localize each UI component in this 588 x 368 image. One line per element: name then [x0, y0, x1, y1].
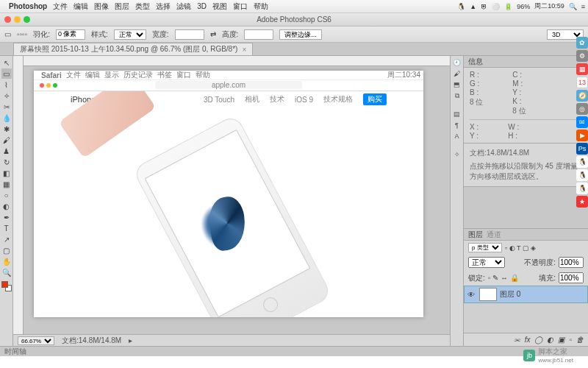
marquee-tool-icon[interactable]: ▭ [1, 68, 12, 79]
path-tool-icon[interactable]: ↗ [1, 234, 12, 244]
color-panel-icon[interactable]: ▤ [452, 109, 462, 119]
close-tab-icon[interactable]: × [242, 46, 246, 54]
embedded-safari-chrome: Safari 文件 编辑 显示 历史记录 书签 窗口 帮助 周二10:34 ap… [34, 71, 423, 91]
heal-tool-icon[interactable]: ✱ [1, 124, 12, 134]
color-swatch[interactable] [1, 281, 12, 291]
layer-item[interactable]: 👁 图层 0 [464, 286, 588, 303]
lasso-tool-icon[interactable]: ⌇ [1, 79, 12, 90]
dock-app-icon[interactable]: ⚙ [576, 50, 588, 62]
mask-icon[interactable]: ◯ [534, 336, 542, 344]
battery-icon[interactable]: 🔋 [504, 3, 512, 10]
chevron-right-icon[interactable]: ▸ [129, 336, 132, 344]
timeline-bar[interactable]: 时间轴 [0, 346, 588, 356]
menu-edit[interactable]: 编辑 [74, 1, 88, 12]
menu-window[interactable]: 窗口 [233, 1, 248, 12]
info-docsize: 文档:14.8M/14.8M 点按并拖移以沿限制为 45 度增量方向移动图层或选… [464, 144, 588, 187]
char-panel-icon[interactable]: A [452, 131, 462, 141]
spotlight-icon[interactable]: 🔍 [569, 3, 577, 10]
close-icon[interactable] [4, 16, 11, 23]
zoom-tool-icon[interactable]: 🔍 [1, 267, 12, 277]
fill-input[interactable] [559, 272, 584, 283]
calendar-icon[interactable]: 13 [576, 77, 588, 88]
dock-app-icon[interactable]: ✿ [576, 37, 588, 49]
zoom-select[interactable]: 66.67% [18, 336, 54, 345]
dock-app-icon[interactable]: 🧭 [576, 90, 588, 102]
minimize-icon[interactable] [14, 16, 21, 23]
selection-mode-icons[interactable]: ▫▫▫▫ [17, 30, 27, 38]
menu-type[interactable]: 类型 [135, 1, 150, 12]
menu-3d[interactable]: 3D [197, 2, 207, 10]
brush-presets-icon[interactable]: ⬒ [452, 79, 462, 90]
document-tab[interactable]: 屏幕快照 2015-10-13 上午10.34.50.png @ 66.7% (… [13, 43, 253, 55]
move-tool-icon[interactable]: ↖ [1, 57, 12, 68]
new-layer-icon[interactable]: ▫ [569, 336, 572, 344]
dock-app-icon[interactable]: ✉ [576, 116, 588, 128]
marquee-icon[interactable]: ▭ [4, 30, 11, 38]
ruler-horizontal[interactable] [24, 56, 450, 66]
layer-thumbnail[interactable] [479, 288, 497, 301]
qq-icon[interactable]: 🐧 [576, 169, 588, 181]
feather-input[interactable] [56, 29, 85, 40]
qq-icon[interactable]: 🐧 [576, 183, 588, 194]
window-title: Adobe Photoshop CS6 [257, 15, 331, 24]
shape-tool-icon[interactable]: ▢ [1, 245, 12, 255]
app-name[interactable]: Photoshop [9, 2, 47, 10]
eraser-tool-icon[interactable]: ◧ [1, 168, 12, 178]
width-input[interactable] [175, 29, 204, 40]
wand-tool-icon[interactable]: ✧ [1, 91, 12, 101]
trash-icon[interactable]: 🗑 [576, 336, 584, 344]
brush-tool-icon[interactable]: 🖌 [1, 135, 12, 145]
style-select[interactable]: 正常 [114, 29, 146, 40]
layer-filter-select[interactable]: р 类型 [468, 243, 502, 252]
refine-edge-button[interactable]: 调整边缘... [279, 29, 322, 40]
hand-tool-icon[interactable]: ✋ [1, 256, 12, 266]
ruler-vertical[interactable] [13, 56, 24, 346]
pen-tool-icon[interactable]: ✒ [1, 212, 12, 222]
opacity-input[interactable] [559, 257, 584, 268]
eyedropper-tool-icon[interactable]: 💧 [1, 113, 12, 123]
filter-icons[interactable]: ▫ ◐ T ▢ ◈ [505, 244, 536, 252]
photoshop-icon[interactable]: Ps [576, 143, 588, 155]
qq-icon[interactable]: 🐧 [576, 156, 588, 168]
menu-image[interactable]: 图像 [94, 1, 109, 12]
paragraph-panel-icon[interactable]: ¶ [452, 120, 462, 130]
menu-icon[interactable]: ≡ [581, 3, 585, 10]
dock-app-icon[interactable]: ▦ [576, 63, 588, 75]
dock-app-icon[interactable]: ◎ [576, 103, 588, 115]
crop-tool-icon[interactable]: ✂ [1, 102, 12, 112]
height-input[interactable] [244, 29, 273, 40]
menu-file[interactable]: 文件 [53, 1, 68, 12]
layer-name[interactable]: 图层 0 [500, 289, 520, 300]
swatches-panel-icon[interactable]: ✧ [452, 149, 462, 160]
menu-select[interactable]: 选择 [156, 1, 171, 12]
adjustment-icon[interactable]: ◐ [547, 336, 553, 344]
zoom-icon[interactable] [24, 16, 30, 23]
swap-icon[interactable]: ⇄ [210, 30, 216, 38]
dock-app-icon[interactable]: ▶ [576, 130, 588, 141]
blend-mode-select[interactable]: 正常 [468, 257, 505, 268]
stamp-tool-icon[interactable]: ♟ [1, 146, 12, 156]
info-panel-tab[interactable]: 信息 [464, 56, 588, 68]
blur-tool-icon[interactable]: ○ [1, 190, 12, 200]
fx-icon[interactable]: fx [525, 336, 531, 344]
brush-panel-icon[interactable]: 🖌 [452, 68, 462, 79]
menu-layer[interactable]: 图层 [115, 1, 129, 12]
clone-panel-icon[interactable]: ⧉ [452, 91, 462, 101]
history-brush-tool-icon[interactable]: ↻ [1, 157, 12, 167]
dock-app-icon[interactable]: ★ [576, 196, 588, 208]
gradient-tool-icon[interactable]: ▦ [1, 179, 12, 189]
group-icon[interactable]: ▣ [558, 336, 564, 344]
dodge-tool-icon[interactable]: ◐ [1, 201, 12, 211]
history-panel-icon[interactable]: 🕘 [452, 57, 462, 68]
layers-tab[interactable]: 图层 [468, 230, 483, 240]
link-icon[interactable]: ⫘ [513, 336, 520, 344]
menu-help[interactable]: 帮助 [254, 1, 268, 12]
wifi-icon[interactable]: ⚪ [492, 3, 500, 10]
visibility-icon[interactable]: 👁 [467, 291, 476, 299]
lock-icons[interactable]: ▫ ✎ ↔ 🔒 [488, 274, 519, 282]
document-canvas[interactable]: Safari 文件 编辑 显示 历史记录 书签 窗口 帮助 周二10:34 ap… [34, 71, 423, 317]
channels-tab[interactable]: 通道 [487, 230, 501, 240]
type-tool-icon[interactable]: T [1, 223, 12, 233]
menu-view[interactable]: 视图 [212, 1, 227, 12]
menu-filter[interactable]: 滤镜 [176, 1, 191, 12]
